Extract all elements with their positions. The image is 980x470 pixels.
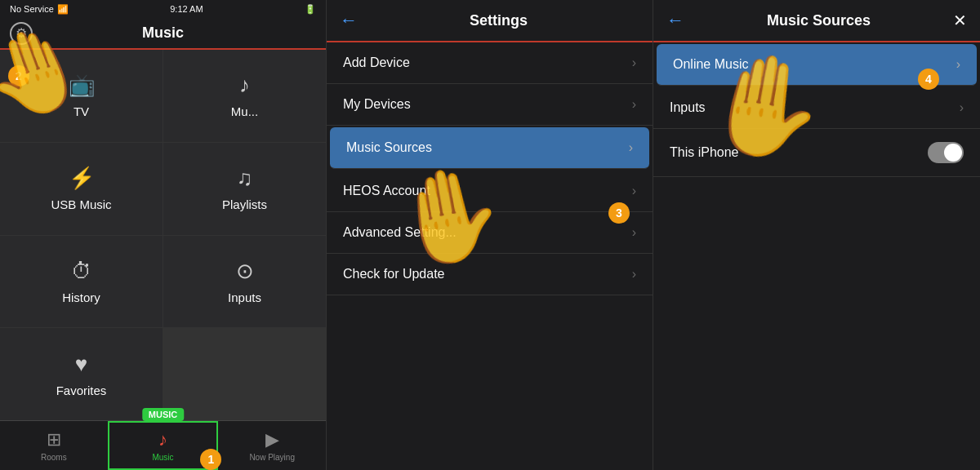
panel-music: No Service 📶 9:12 AM 🔋 ⚙ Music 2 📺 TV ♪ … xyxy=(0,0,327,470)
sources-menu: Online Music › Inputs › This iPhone xyxy=(653,42,980,470)
playlists-icon: ♫ xyxy=(237,166,253,191)
favorites-icon: ♥ xyxy=(75,352,87,377)
playlists-label: Playlists xyxy=(222,197,267,211)
online-music-chevron: › xyxy=(956,57,960,72)
music-icon: ♪ xyxy=(239,73,250,98)
panel-sources: ← Music Sources ✕ Online Music › Inputs … xyxy=(653,0,980,470)
add-device-chevron: › xyxy=(632,55,636,70)
status-bar: No Service 📶 9:12 AM 🔋 xyxy=(0,0,326,18)
sources-header: ← Music Sources ✕ xyxy=(653,0,980,42)
advanced-settings-label: Advanced Setting... xyxy=(343,225,457,240)
usb-cell[interactable]: ⚡ USB Music xyxy=(0,143,163,235)
add-device-label: Add Device xyxy=(343,55,410,70)
menu-music-sources[interactable]: Music Sources › xyxy=(330,127,649,169)
my-devices-label: My Devices xyxy=(343,97,411,112)
music-cell[interactable]: ♪ Mu... xyxy=(163,50,326,142)
bottom-nav: ⊞ Rooms MUSIC ♪ Music 1 ▶ Now Playing xyxy=(0,420,326,470)
play-icon: ▶ xyxy=(265,429,279,450)
my-devices-chevron: › xyxy=(632,97,636,112)
tv-label: TV xyxy=(74,104,89,118)
check-update-label: Check for Update xyxy=(343,267,445,282)
history-cell[interactable]: ⏱ History xyxy=(0,236,163,328)
step4-badge: 4 xyxy=(918,69,939,90)
menu-check-update[interactable]: Check for Update › xyxy=(327,254,653,295)
menu-my-devices[interactable]: My Devices › xyxy=(327,84,653,126)
favorites-cell[interactable]: ♥ Favorites xyxy=(0,328,163,420)
inputs-cell[interactable]: ⊙ Inputs xyxy=(163,236,326,328)
music-badge: MUSIC xyxy=(142,408,184,421)
check-update-chevron: › xyxy=(632,267,636,282)
inputs-chevron: › xyxy=(960,100,964,115)
status-left: No Service 📶 xyxy=(10,4,69,15)
nav-now-playing[interactable]: ▶ Now Playing xyxy=(218,421,326,470)
online-music-label: Online Music xyxy=(673,57,748,72)
panel-settings: ← Settings Add Device › My Devices › Mus… xyxy=(327,0,653,470)
iphone-toggle[interactable] xyxy=(928,142,964,163)
nav-rooms[interactable]: ⊞ Rooms xyxy=(0,421,108,470)
history-icon: ⏱ xyxy=(71,259,92,284)
sources-back-button[interactable]: ← xyxy=(666,10,684,31)
music-sources-label: Music Sources xyxy=(346,140,432,155)
advanced-settings-chevron: › xyxy=(632,225,636,240)
status-right: 🔋 xyxy=(305,4,316,15)
menu-advanced-settings[interactable]: Advanced Setting... › xyxy=(327,212,653,254)
tv-icon: 📺 xyxy=(69,73,95,98)
toggle-knob xyxy=(944,144,962,162)
menu-heos-account[interactable]: HEOS Account › xyxy=(327,171,653,212)
usb-icon: ⚡ xyxy=(69,166,95,191)
menu-inputs-sources[interactable]: Inputs › xyxy=(653,87,980,129)
back-button[interactable]: ← xyxy=(340,10,358,31)
music-header: ⚙ Music xyxy=(0,18,326,50)
music-title: Music xyxy=(142,24,184,42)
music-nav-label: Music xyxy=(152,453,173,462)
step2-badge: 2 xyxy=(8,65,29,86)
heos-account-label: HEOS Account xyxy=(343,184,430,198)
gear-icon[interactable]: ⚙ xyxy=(10,22,33,45)
menu-this-iphone[interactable]: This iPhone xyxy=(653,129,980,177)
wifi-icon: 📶 xyxy=(57,4,69,15)
sources-title: Music Sources xyxy=(684,12,953,29)
menu-add-device[interactable]: Add Device › xyxy=(327,42,653,84)
rooms-label: Rooms xyxy=(41,453,67,462)
nav-music[interactable]: MUSIC ♪ Music 1 xyxy=(108,421,219,470)
music-label: Mu... xyxy=(231,104,258,118)
history-label: History xyxy=(62,290,100,304)
step3-badge: 3 xyxy=(608,202,630,224)
playlists-cell[interactable]: ♫ Playlists xyxy=(163,143,326,235)
inputs-label: Inputs xyxy=(228,290,261,304)
heos-account-chevron: › xyxy=(632,184,636,198)
rooms-icon: ⊞ xyxy=(47,429,61,450)
inputs-icon: ⊙ xyxy=(236,259,254,284)
tv-cell[interactable]: 📺 TV xyxy=(0,50,163,142)
settings-header: ← Settings xyxy=(327,0,653,42)
music-sources-chevron: › xyxy=(629,140,633,155)
favorites-label: Favorites xyxy=(56,384,107,397)
music-note-icon: ♪ xyxy=(158,429,167,450)
carrier-text: No Service xyxy=(10,4,54,14)
settings-title: Settings xyxy=(358,12,639,29)
now-playing-label: Now Playing xyxy=(249,453,295,462)
time-display: 9:12 AM xyxy=(170,4,203,14)
usb-label: USB Music xyxy=(51,197,111,211)
settings-menu: Add Device › My Devices › Music Sources … xyxy=(327,42,653,470)
sources-close-button[interactable]: ✕ xyxy=(953,11,967,30)
music-grid: 📺 TV ♪ Mu... ⚡ USB Music ♫ Playlists ⏱ H… xyxy=(0,50,326,420)
this-iphone-label: This iPhone xyxy=(670,145,739,160)
battery-icon: 🔋 xyxy=(305,4,316,15)
inputs-sources-label: Inputs xyxy=(670,100,706,115)
